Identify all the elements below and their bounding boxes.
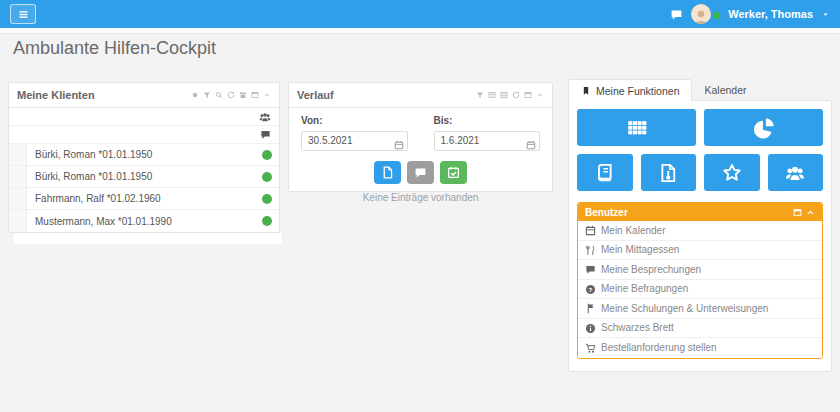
hamburger-icon (17, 5, 30, 23)
book-icon (595, 163, 615, 183)
menu-item-bestellanforderung[interactable]: Bestellanforderung stellen (578, 338, 822, 358)
row-gutter (9, 210, 27, 232)
filter-icon[interactable] (476, 91, 484, 99)
collapse-icon[interactable] (263, 91, 271, 99)
collapse-icon[interactable] (806, 208, 815, 217)
tile-table-button[interactable] (577, 109, 696, 146)
klienten-group-row (9, 108, 279, 126)
tile-medical-file-button[interactable] (641, 154, 697, 191)
klienten-panel-header: Meine Klienten (9, 83, 279, 108)
menu-item-mein-mittagessen[interactable]: Mein Mittagessen (578, 241, 822, 261)
menu-item-mein-kalender[interactable]: Mein Kalender (578, 221, 822, 241)
calendar-icon[interactable] (394, 135, 404, 153)
klienten-column-header-row (9, 126, 279, 144)
menu-item-meine-schulungen[interactable]: Meine Schulungen & Unterweisungen (578, 299, 822, 319)
menu-item-label: Meine Schulungen & Unterweisungen (601, 303, 768, 314)
question-icon (585, 283, 596, 295)
row-gutter (9, 166, 27, 187)
document-filter-button[interactable] (374, 161, 401, 184)
caret-down-icon[interactable] (821, 10, 830, 19)
filter-icon[interactable] (203, 91, 211, 99)
menu-item-meine-befragungen[interactable]: Meine Befragungen (578, 280, 822, 300)
page-title: Ambulante Hilfen-Cockpit (13, 38, 216, 59)
client-name: Bürki, Roman *01.01.1950 (27, 171, 152, 182)
online-status-dot (262, 194, 272, 204)
bis-label: Bis: (434, 115, 541, 126)
avatar[interactable] (691, 4, 711, 24)
window-icon[interactable] (251, 91, 259, 99)
client-name: Fahrmann, Ralf *01.02.1960 (27, 193, 161, 204)
collapse-icon[interactable] (536, 91, 544, 99)
users-icon[interactable] (259, 111, 271, 123)
comment-icon (585, 263, 596, 275)
menu-item-label: Mein Mittagessen (601, 244, 679, 255)
row-gutter (9, 188, 27, 209)
info-icon (585, 322, 596, 334)
tile-book-button[interactable] (577, 154, 633, 191)
user-name[interactable]: Werker, Thomas (728, 8, 813, 20)
refresh-icon[interactable] (227, 91, 235, 99)
menu-item-label: Meine Befragungen (601, 283, 688, 294)
tile-star-button[interactable] (704, 154, 760, 191)
comment-icon[interactable] (260, 129, 271, 140)
tab-label: Meine Funktionen (596, 85, 679, 97)
refresh-icon[interactable] (512, 91, 520, 99)
list-icon[interactable] (500, 91, 508, 99)
calendar-check-icon (447, 165, 460, 180)
status-dot (713, 12, 720, 19)
bookmark-icon (581, 86, 591, 96)
menu-item-label: Meine Besprechungen (601, 264, 701, 275)
users-icon (785, 163, 805, 183)
window-icon[interactable] (524, 91, 532, 99)
tile-pie-chart-button[interactable] (704, 109, 823, 146)
von-date-input[interactable] (301, 131, 408, 151)
tab-meine-funktionen[interactable]: Meine Funktionen (568, 79, 692, 101)
online-status-dot (262, 216, 272, 226)
verlauf-empty-text: Keine Einträge vorhanden (301, 192, 540, 203)
utensils-icon (585, 244, 596, 256)
pie-chart-icon (753, 117, 775, 139)
menu-item-label: Mein Kalender (601, 225, 665, 236)
tab-kalender[interactable]: Kalender (692, 79, 758, 101)
online-status-dot (262, 172, 272, 182)
table-icon[interactable] (488, 91, 496, 99)
cart-icon (585, 342, 596, 354)
table-grid-icon (626, 117, 648, 139)
client-row[interactable]: Mustermann, Max *01.01.1990 (9, 210, 279, 232)
client-row[interactable]: Bürki, Roman *01.01.1950 (9, 144, 279, 166)
search-icon[interactable] (215, 91, 223, 99)
tab-label: Kalender (704, 84, 746, 96)
menu-item-schwarzes-brett[interactable]: Schwarzes Brett (578, 319, 822, 339)
menu-item-label: Schwarzes Brett (601, 322, 674, 333)
topbar-divider (0, 28, 840, 34)
comment-filter-button[interactable] (407, 161, 434, 184)
benutzer-header: Benutzer (578, 203, 822, 221)
functions-tab-bar: Meine Funktionen Kalender (568, 79, 759, 101)
record-icon[interactable] (191, 91, 199, 99)
calendar-icon (585, 224, 596, 236)
bis-date-input[interactable] (434, 131, 541, 151)
online-status-dot (262, 150, 272, 160)
calendar-filter-button[interactable] (440, 161, 467, 184)
menu-item-label: Bestellanforderung stellen (601, 342, 717, 353)
menu-item-meine-besprechungen[interactable]: Meine Besprechungen (578, 260, 822, 280)
verlauf-panel: Verlauf Von: Bis: (288, 82, 553, 192)
tile-users-button[interactable] (768, 154, 824, 191)
comment-icon (414, 165, 427, 180)
benutzer-title: Benutzer (585, 207, 628, 218)
von-label: Von: (301, 115, 408, 126)
menu-toggle-button[interactable] (10, 4, 36, 24)
medical-file-icon (658, 163, 678, 183)
client-name: Bürki, Roman *01.01.1950 (27, 149, 152, 160)
file-icon (381, 165, 394, 180)
calendar-icon[interactable] (526, 135, 536, 153)
benutzer-widget: Benutzer Mein Kalender Mein Mittagessen … (577, 202, 823, 359)
verlauf-panel-header: Verlauf (289, 83, 552, 108)
client-row[interactable]: Fahrmann, Ralf *01.02.1960 (9, 188, 279, 210)
client-row[interactable]: Bürki, Roman *01.01.1950 (9, 166, 279, 188)
chat-icon[interactable] (670, 8, 683, 21)
training-icon (585, 302, 596, 314)
klienten-panel-footer (14, 233, 282, 244)
window-icon[interactable] (793, 208, 802, 217)
archive-icon[interactable] (239, 91, 247, 99)
